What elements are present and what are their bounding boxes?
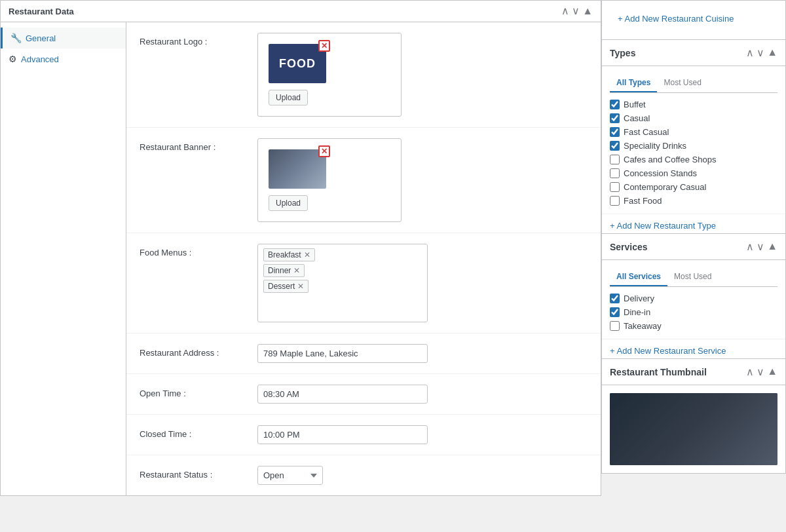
close-panel-icon[interactable]: ▲: [582, 6, 593, 16]
checkbox-fast-food[interactable]: [610, 196, 620, 206]
closed-time-input[interactable]: [257, 425, 428, 444]
tab-most-used-types[interactable]: Most Used: [657, 74, 707, 92]
types-down-icon[interactable]: ∨: [757, 47, 764, 59]
service-delivery-label: Delivery: [624, 294, 654, 303]
tab-all-types[interactable]: All Types: [610, 74, 657, 92]
sidebar-item-general[interactable]: 🔧 General: [1, 28, 126, 48]
tab-most-used-services[interactable]: Most Used: [667, 268, 718, 286]
logo-control: FOOD ✕ Upload: [257, 33, 588, 117]
logo-label: Restaurant Logo :: [140, 33, 257, 47]
service-takeaway[interactable]: Takeaway: [610, 321, 777, 331]
menus-row: Food Menus : Breakfast ✕ Dinner ✕: [126, 233, 601, 333]
tag-dessert: Dessert ✕: [263, 280, 309, 293]
services-widget-body: All Services Most Used Delivery Dine-in …: [602, 260, 785, 339]
panel-title: Restaurant Data: [9, 7, 74, 16]
status-control: Open Closed Coming Soon: [257, 466, 588, 485]
open-time-control: [257, 385, 588, 404]
thumbnail-overlay: [610, 393, 777, 465]
type-fast-casual-label: Fast Casual: [624, 127, 669, 137]
logo-row: Restaurant Logo : FOOD ✕ Upload: [126, 22, 601, 128]
tag-dinner: Dinner ✕: [263, 264, 305, 277]
checkbox-fast-casual[interactable]: [610, 127, 620, 137]
type-fast-food[interactable]: Fast Food: [610, 196, 777, 206]
type-cafes[interactable]: Cafes and Coffee Shops: [610, 155, 777, 164]
thumbnail-inner: [610, 393, 777, 465]
checkbox-speciality-drinks[interactable]: [610, 141, 620, 151]
type-contemporary-label: Contemporary Casual: [624, 182, 706, 192]
add-cuisine-link[interactable]: + Add New Restaurant Cuisine: [610, 9, 777, 31]
remove-dessert-tag[interactable]: ✕: [297, 282, 304, 291]
gear-icon: ⚙: [9, 54, 17, 64]
banner-thumbnail: [269, 149, 326, 189]
logo-thumb-wrap: FOOD ✕: [269, 44, 326, 83]
type-casual[interactable]: Casual: [610, 113, 777, 123]
services-widget-header: Services ∧ ∨ ▲: [602, 234, 785, 260]
type-speciality-drinks[interactable]: Speciality Drinks: [610, 141, 777, 151]
advanced-nav-label: Advanced: [21, 54, 59, 64]
checkbox-buffet[interactable]: [610, 100, 620, 109]
upload-logo-button[interactable]: Upload: [269, 90, 308, 105]
address-label: Restaurant Address :: [140, 344, 257, 358]
types-widget-header: Types ∧ ∨ ▲: [602, 40, 785, 66]
status-select[interactable]: Open Closed Coming Soon: [257, 466, 323, 485]
services-close-icon[interactable]: ▲: [767, 240, 777, 253]
form-area: Restaurant Logo : FOOD ✕ Upload: [126, 22, 601, 495]
services-up-icon[interactable]: ∧: [746, 240, 754, 253]
sidebar-item-advanced[interactable]: ⚙ Advanced: [1, 48, 126, 69]
banner-control: ✕ Upload: [257, 138, 588, 222]
panel-body: 🔧 General ⚙ Advanced Restaurant Logo :: [0, 22, 601, 496]
types-checkbox-list: Buffet Casual Fast Casual Speciality Dri…: [610, 100, 777, 206]
type-fast-casual[interactable]: Fast Casual: [610, 127, 777, 137]
service-delivery[interactable]: Delivery: [610, 294, 777, 303]
thumbnail-down-icon[interactable]: ∨: [757, 366, 764, 378]
checkbox-contemporary[interactable]: [610, 182, 620, 192]
remove-banner-button[interactable]: ✕: [318, 145, 330, 157]
add-service-link[interactable]: + Add New Restaurant Service: [602, 339, 785, 358]
checkbox-cafes[interactable]: [610, 155, 620, 164]
checkbox-takeaway[interactable]: [610, 321, 620, 331]
remove-logo-button[interactable]: ✕: [318, 40, 330, 52]
add-type-link[interactable]: + Add New Restaurant Type: [602, 214, 785, 233]
tags-container[interactable]: Breakfast ✕ Dinner ✕ Dessert ✕: [257, 244, 428, 322]
closed-time-control: [257, 425, 588, 444]
type-concession[interactable]: Concession Stands: [610, 168, 777, 178]
checkbox-concession[interactable]: [610, 168, 620, 178]
checkbox-casual[interactable]: [610, 113, 620, 123]
type-cafes-label: Cafes and Coffee Shops: [624, 155, 716, 164]
checkbox-dine-in[interactable]: [610, 307, 620, 317]
menus-label: Food Menus :: [140, 244, 257, 257]
type-buffet[interactable]: Buffet: [610, 100, 777, 109]
address-input[interactable]: [257, 344, 428, 363]
menus-control: Breakfast ✕ Dinner ✕ Dessert ✕: [257, 244, 588, 322]
tag-breakfast-label: Breakfast: [268, 250, 301, 259]
remove-breakfast-tag[interactable]: ✕: [304, 250, 310, 259]
side-nav: 🔧 General ⚙ Advanced: [1, 22, 126, 495]
types-up-icon[interactable]: ∧: [746, 47, 754, 59]
thumbnail-close-icon[interactable]: ▲: [767, 366, 777, 378]
open-time-input[interactable]: [257, 385, 428, 404]
types-close-icon[interactable]: ▲: [767, 47, 777, 59]
types-controls: ∧ ∨ ▲: [746, 47, 777, 59]
remove-dinner-tag[interactable]: ✕: [293, 266, 300, 275]
type-fast-food-label: Fast Food: [624, 196, 662, 206]
service-takeaway-label: Takeaway: [624, 321, 662, 331]
banner-image: [269, 149, 326, 189]
address-row: Restaurant Address :: [126, 333, 601, 374]
logo-image-box: FOOD ✕ Upload: [257, 33, 402, 117]
thumbnail-title: Restaurant Thumbnail: [610, 367, 707, 377]
upload-banner-button[interactable]: Upload: [269, 195, 308, 211]
collapse-down-icon[interactable]: ∨: [572, 6, 580, 16]
panel-header: Restaurant Data ∧ ∨ ▲: [0, 0, 601, 22]
open-time-label: Open Time :: [140, 385, 257, 398]
service-dine-in[interactable]: Dine-in: [610, 307, 777, 317]
checkbox-delivery[interactable]: [610, 294, 620, 303]
type-contemporary[interactable]: Contemporary Casual: [610, 182, 777, 192]
type-casual-label: Casual: [624, 113, 650, 123]
thumbnail-widget: Restaurant Thumbnail ∧ ∨ ▲: [601, 358, 786, 474]
services-down-icon[interactable]: ∨: [757, 240, 764, 253]
tab-all-services[interactable]: All Services: [610, 268, 667, 286]
closed-time-row: Closed Time :: [126, 415, 601, 455]
types-title: Types: [610, 48, 635, 58]
thumbnail-up-icon[interactable]: ∧: [746, 366, 754, 378]
collapse-up-icon[interactable]: ∧: [561, 6, 569, 16]
